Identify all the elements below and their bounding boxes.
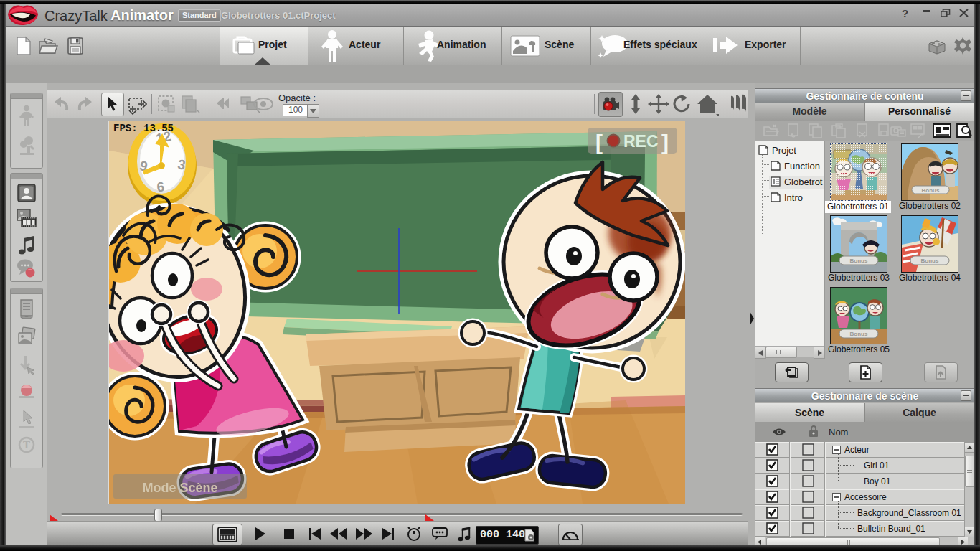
svg-text:[: [ [595, 131, 603, 154]
svg-text:]: ] [661, 131, 669, 154]
svg-text:FPS: 13.55: FPS: 13.55 [113, 123, 174, 134]
svg-text:Bonus: Bonus [850, 258, 868, 264]
svg-text:Mode Scène: Mode Scène [142, 481, 217, 495]
svg-text:REC: REC [623, 132, 659, 151]
svg-text:Bonus: Bonus [850, 331, 868, 337]
svg-text:Bonus: Bonus [922, 187, 940, 194]
svg-text:6: 6 [156, 179, 166, 195]
svg-text:Bonus: Bonus [921, 258, 939, 264]
svg-text:T: T [23, 439, 30, 451]
